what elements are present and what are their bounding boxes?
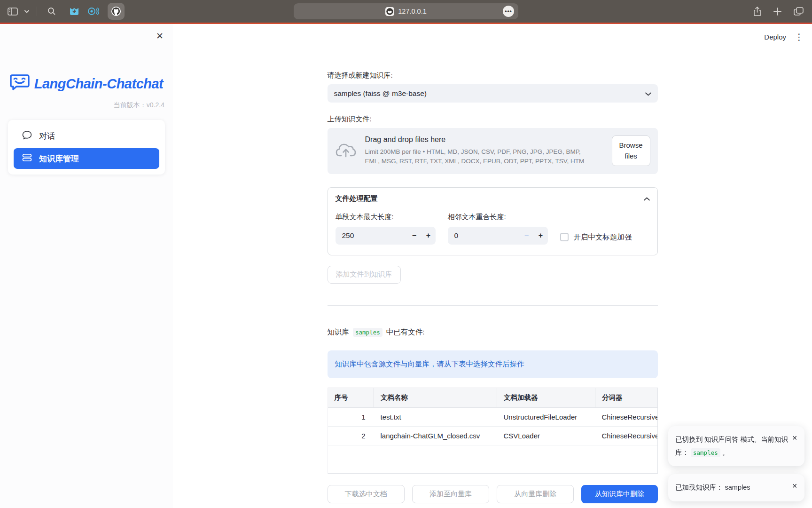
kb-name-code: samples — [691, 448, 720, 457]
sidebar-item-label: 知识库管理 — [39, 153, 79, 164]
sidebar-item-dialogue[interactable]: 对话 — [14, 126, 159, 146]
toast-mode-switched: 已切换到 知识库问答 模式。当前知识库： samples 。 ✕ — [668, 426, 804, 466]
delete-from-vectorstore-button[interactable]: 从向量库删除 — [497, 485, 574, 503]
chunk-size-value: 250 — [342, 231, 407, 240]
files-table: 序号 文档名称 文档加载器 分词器 1 test.txt Unstructure… — [328, 388, 658, 474]
sidebar-item-label: 对话 — [39, 131, 55, 142]
zh-title-checkbox-label: 开启中文标题加强 — [574, 232, 632, 242]
kb-selected-value: samples (faiss @ m3e-base) — [334, 89, 645, 98]
kb-name-code: samples — [353, 328, 383, 337]
divider — [328, 305, 658, 306]
chat-icon — [22, 130, 32, 142]
increment-button[interactable]: + — [534, 227, 548, 245]
chevron-down-icon[interactable] — [24, 10, 29, 13]
sidebar-item-knowledge-base[interactable]: 知识库管理 — [14, 148, 159, 169]
overlap-size-input[interactable]: 0 − + — [448, 227, 548, 245]
table-header-row: 序号 文档名称 文档加载器 分词器 — [328, 388, 657, 408]
url-text: 127.0.0.1 — [398, 8, 426, 15]
toast-kb-loaded: 已加载知识库： samples ✕ — [668, 474, 804, 501]
app-logo: LangChain-Chatchat — [0, 74, 173, 94]
chevron-up-icon — [644, 194, 650, 203]
existing-files-heading: 知识库 samples 中已有文件: — [328, 327, 658, 337]
new-tab-icon[interactable] — [773, 8, 781, 16]
col-header-splitter[interactable]: 分词器 — [595, 388, 657, 408]
file-dropzone[interactable]: Drag and drop files here Limit 200MB per… — [328, 128, 658, 174]
add-to-vectorstore-button[interactable]: 添加至向量库 — [412, 485, 489, 503]
decrement-button[interactable]: − — [520, 227, 534, 245]
kb-selectbox[interactable]: samples (faiss @ m3e-base) — [328, 84, 658, 103]
file-config-expander: 文件处理配置 单段文本最大长度: 250 − + — [328, 187, 658, 255]
info-banner: 知识库中包含源文件与向量库，请从下表中选择文件后操作 — [328, 350, 658, 378]
search-icon[interactable] — [47, 7, 56, 16]
cloud-upload-icon — [335, 141, 357, 161]
download-selected-button[interactable]: 下载选中文档 — [328, 485, 405, 503]
decrement-button[interactable]: − — [407, 227, 422, 245]
extensions-icon[interactable]: ••• — [503, 6, 514, 17]
browse-files-button[interactable]: Browse files — [612, 135, 650, 166]
close-icon[interactable]: ✕ — [792, 434, 797, 442]
expander-title: 文件处理配置 — [336, 194, 644, 203]
overlap-size-value: 0 — [454, 231, 520, 240]
toast-stack: 已切换到 知识库问答 模式。当前知识库： samples 。 ✕ 已加载知识库：… — [668, 426, 804, 501]
kb-select-label: 请选择或新建知识库: — [328, 71, 658, 80]
overflow-menu-icon[interactable]: ⋮ — [795, 32, 804, 41]
sidebar-toggle-icon[interactable] — [8, 8, 18, 16]
sidebar: ✕ LangChain-Chatchat 当前版本：v0.2.4 — [0, 24, 173, 508]
chunk-size-input[interactable]: 250 − + — [336, 227, 436, 245]
delete-from-kb-button[interactable]: 从知识库中删除 — [581, 485, 657, 503]
pinned-tab-icon[interactable] — [87, 5, 99, 17]
github-icon — [111, 6, 121, 16]
table-empty-space — [328, 445, 657, 473]
dropzone-title: Drag and drop files here — [365, 135, 603, 144]
chrome-divider — [37, 7, 37, 16]
chevron-down-icon — [645, 89, 651, 98]
table-row[interactable]: 1 test.txt UnstructuredFileLoader Chines… — [328, 407, 657, 426]
increment-button[interactable]: + — [422, 227, 436, 245]
share-icon[interactable] — [753, 7, 761, 16]
version-text: 当前版本：v0.2.4 — [0, 101, 173, 110]
sidebar-nav: 对话 知识库管理 — [8, 120, 165, 175]
close-icon[interactable]: ✕ — [792, 482, 797, 490]
sidebar-close-icon[interactable]: ✕ — [156, 32, 164, 40]
tab-overview-icon[interactable] — [794, 7, 804, 16]
dropzone-limit-text: Limit 200MB per file • HTML, MD, JSON, C… — [365, 147, 593, 167]
chat-bubble-logo-icon — [10, 74, 30, 94]
pinned-tab-icon[interactable] — [68, 5, 80, 17]
col-header-index[interactable]: 序号 — [328, 388, 374, 408]
chunk-size-label: 单段文本最大长度: — [336, 213, 436, 222]
deploy-button[interactable]: Deploy — [764, 33, 786, 41]
zh-title-checkbox[interactable] — [560, 233, 569, 241]
browser-chrome: 127.0.0.1 ••• — [0, 0, 812, 23]
app-title: LangChain-Chatchat — [34, 76, 164, 92]
col-header-name[interactable]: 文档名称 — [374, 388, 497, 408]
overlap-size-label: 相邻文本重合长度: — [448, 213, 548, 222]
active-tab[interactable] — [108, 3, 125, 20]
address-bar[interactable]: 127.0.0.1 ••• — [294, 3, 518, 19]
add-files-button[interactable]: 添加文件到知识库 — [328, 266, 401, 284]
table-row[interactable]: 2 langchain-ChatGLM_closed.csv CSVLoader… — [328, 426, 657, 445]
database-icon — [22, 153, 32, 164]
col-header-loader[interactable]: 文档加载器 — [497, 388, 595, 408]
upload-label: 上传知识文件: — [328, 115, 658, 124]
streamlit-favicon — [385, 7, 394, 16]
expander-header[interactable]: 文件处理配置 — [328, 188, 657, 209]
